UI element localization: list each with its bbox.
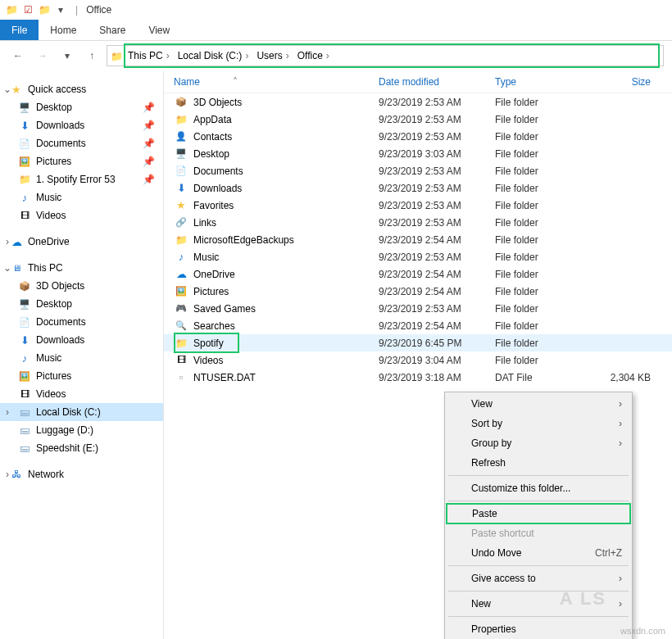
cm-give-access[interactable]: Give access to›	[447, 569, 630, 588]
expand-icon: ⌄	[3, 262, 11, 274]
video-icon	[174, 356, 188, 365]
file-row[interactable]: Saved Games9/23/2019 2:53 AMFile folder	[164, 300, 672, 317]
cm-new[interactable]: New›	[447, 594, 630, 614]
file-row[interactable]: Links9/23/2019 2:53 AMFile folder	[164, 214, 672, 231]
sidebar-item[interactable]: Speedshit (E:)	[0, 439, 163, 457]
file-row[interactable]: MicrosoftEdgeBackups9/23/2019 2:54 AMFil…	[164, 231, 672, 248]
column-name[interactable]: Name˄	[174, 76, 379, 88]
sidebar-item[interactable]: Pictures📌	[0, 152, 163, 170]
watermark: wsxdn.com	[620, 626, 665, 636]
sidebar-this-pc[interactable]: ⌄This PC	[0, 259, 163, 277]
sidebar-item[interactable]: Downloads📌	[0, 116, 163, 134]
file-row[interactable]: 3D Objects9/23/2019 2:53 AMFile folder	[164, 93, 672, 111]
column-size[interactable]: Size	[585, 76, 651, 88]
file-name: OneDrive	[193, 269, 379, 280]
file-row[interactable]: Spotify9/23/2019 6:45 PMFile folder	[164, 334, 672, 351]
file-name: MicrosoftEdgeBackups	[193, 234, 379, 246]
sidebar-item[interactable]: Desktop	[0, 295, 163, 313]
sidebar-item[interactable]: Music	[0, 349, 163, 367]
cm-group-by[interactable]: Group by›	[447, 433, 630, 453]
doc-icon	[18, 137, 31, 150]
cm-paste[interactable]: Paste	[446, 503, 631, 524]
crumb-label: This PC	[128, 50, 163, 61]
cm-refresh[interactable]: Refresh	[447, 453, 630, 473]
star-icon	[10, 83, 23, 96]
tab-share[interactable]: Share	[88, 20, 137, 40]
file-row[interactable]: NTUSER.DAT9/23/2019 3:18 AMDAT File2,304…	[164, 369, 672, 386]
file-type: File folder	[495, 148, 585, 160]
sidebar-item[interactable]: Downloads	[0, 331, 163, 349]
sidebar-quick-access[interactable]: ⌄Quick access	[0, 80, 163, 98]
file-row[interactable]: Documents9/23/2019 2:53 AMFile folder	[164, 162, 672, 179]
favstar-icon	[174, 200, 188, 211]
file-name: Desktop	[193, 148, 379, 160]
qat-properties-icon[interactable]: ☑	[21, 3, 34, 16]
nav-up-button[interactable]: ↑	[82, 46, 102, 66]
crumb-users[interactable]: Users›	[253, 50, 292, 61]
tab-view[interactable]: View	[137, 20, 181, 40]
address-bar[interactable]: This PC› Local Disk (C:)› Users› Office›	[107, 45, 664, 66]
file-row[interactable]: Videos9/23/2019 3:04 AMFile folder	[164, 351, 672, 369]
file-row[interactable]: Contacts9/23/2019 2:53 AMFile folder	[164, 128, 672, 145]
folder-icon	[5, 3, 18, 16]
file-row[interactable]: Favorites9/23/2019 2:53 AMFile folder	[164, 197, 672, 214]
column-date[interactable]: Date modified	[379, 76, 495, 88]
sidebar-item[interactable]: Luggage (D:)	[0, 421, 163, 439]
sidebar-item[interactable]: Documents📌	[0, 134, 163, 152]
file-row[interactable]: Desktop9/23/2019 3:03 AMFile folder	[164, 145, 672, 162]
cm-sort-by[interactable]: Sort by›	[447, 414, 630, 433]
cm-customize[interactable]: Customize this folder...	[447, 478, 630, 498]
file-row[interactable]: Music9/23/2019 2:53 AMFile folder	[164, 248, 672, 265]
qat-dropdown-icon[interactable]: ▾	[54, 3, 67, 16]
file-list[interactable]: 3D Objects9/23/2019 2:53 AMFile folderAp…	[164, 93, 672, 386]
file-date: 9/23/2019 2:54 AM	[379, 269, 495, 280]
this-pc-icon	[10, 261, 23, 274]
file-row[interactable]: Searches9/23/2019 2:54 AMFile folder	[164, 317, 672, 334]
sidebar-item[interactable]: ›Local Disk (C:)	[0, 403, 163, 421]
sidebar-item[interactable]: Pictures	[0, 367, 163, 385]
sidebar-item[interactable]: 1. Spotify Error 53📌	[0, 170, 163, 188]
file-row[interactable]: Pictures9/23/2019 2:54 AMFile folder	[164, 283, 672, 300]
sidebar-item[interactable]: Music	[0, 188, 163, 206]
cm-view[interactable]: View›	[447, 394, 630, 414]
file-date: 9/23/2019 2:53 AM	[379, 252, 495, 263]
sidebar-item[interactable]: Videos	[0, 206, 163, 224]
cm-properties[interactable]: Properties	[447, 619, 630, 639]
sidebar-item[interactable]: Documents	[0, 313, 163, 331]
cm-undo[interactable]: Undo MoveCtrl+Z	[447, 543, 630, 563]
sidebar-item[interactable]: Videos	[0, 385, 163, 403]
chevron-right-icon: ›	[166, 50, 170, 61]
sidebar-item-label: Documents	[36, 138, 86, 149]
file-name: Downloads	[193, 183, 379, 194]
qat-new-folder-icon[interactable]	[38, 3, 51, 16]
expand-icon: ⌄	[3, 84, 11, 95]
tab-file[interactable]: File	[0, 20, 39, 40]
file-row[interactable]: AppData9/23/2019 2:53 AMFile folder	[164, 111, 672, 128]
file-row[interactable]: OneDrive9/23/2019 2:54 AMFile folder	[164, 265, 672, 283]
music-icon	[18, 351, 31, 365]
sidebar-onedrive[interactable]: ›OneDrive	[0, 233, 163, 251]
column-type[interactable]: Type	[495, 76, 585, 88]
nav-forward-button[interactable]: →	[33, 46, 52, 66]
sidebar-item[interactable]: 3D Objects	[0, 277, 163, 295]
sidebar-item-label: Local Disk (C:)	[36, 406, 101, 418]
file-name: Favorites	[193, 200, 379, 211]
crumb-local-disk[interactable]: Local Disk (C:)›	[175, 50, 252, 61]
file-date: 9/23/2019 2:53 AM	[379, 114, 495, 125]
sidebar-item-label: Luggage (D:)	[36, 424, 93, 436]
pin-icon: 📌	[143, 174, 155, 185]
nav-back-button[interactable]: ←	[8, 46, 28, 66]
sidebar-network[interactable]: ›Network	[0, 465, 163, 483]
file-date: 9/23/2019 2:53 AM	[379, 303, 495, 315]
file-row[interactable]: Downloads9/23/2019 2:53 AMFile folder	[164, 179, 672, 197]
titlebar: ☑ ▾ | Office	[0, 0, 672, 20]
tab-home[interactable]: Home	[39, 20, 88, 40]
file-type: File folder	[495, 217, 585, 229]
crumb-office[interactable]: Office›	[294, 50, 333, 61]
crumb-this-pc[interactable]: This PC›	[125, 50, 173, 61]
sidebar: ⌄Quick access Desktop📌Downloads📌Document…	[0, 70, 164, 639]
file-type: DAT File	[495, 372, 585, 383]
sidebar-item[interactable]: Desktop📌	[0, 98, 163, 116]
nav-recent-dropdown[interactable]: ▾	[57, 46, 77, 66]
navbar: ← → ▾ ↑ This PC› Local Disk (C:)› Users›…	[0, 41, 672, 70]
